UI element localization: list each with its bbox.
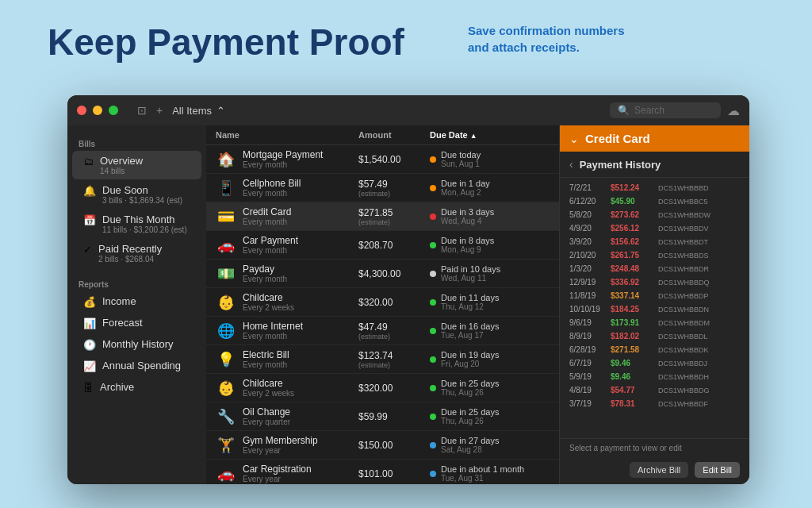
sidebar-reports-items: 💰 Income 📊 Forecast 🕐 Monthly History 📈 …: [67, 291, 206, 398]
payment-row[interactable]: 5/8/20 $273.62 DCS1WHBBDW: [560, 208, 749, 221]
detail-footer-actions: Archive Bill Edit Bill: [560, 457, 749, 484]
bill-icon-3: 🚗: [216, 237, 236, 254]
bill-due-cell-4: Paid in 10 days Wed, Aug 11: [430, 264, 550, 283]
due-line1-0: Due today: [441, 150, 481, 160]
bill-amount-cell-6: $47.49 (estimate): [358, 321, 430, 341]
due-line2-8: Thu, Aug 26: [441, 388, 499, 397]
bill-freq-3: Every month: [243, 246, 298, 255]
bill-freq-7: Every month: [243, 360, 289, 369]
payment-date-3: 4/9/20: [569, 224, 611, 233]
sidebar-item-due-this-month[interactable]: 📅 Due This Month 11 bills · $3,200.26 (e…: [72, 210, 201, 238]
minimize-button[interactable]: [93, 106, 102, 115]
col-name: Name: [216, 130, 358, 140]
bill-name-text-2: Credit Card Every month: [243, 206, 291, 226]
table-row[interactable]: 🚗 Car Registration Every year $101.00 Du…: [206, 460, 559, 484]
due-dot-4: [430, 271, 436, 277]
bill-amount-8: $320.00: [358, 383, 430, 394]
sidebar-name-monthly-history: Monthly History: [102, 338, 174, 350]
col-due-date[interactable]: Due Date ▲: [430, 130, 550, 140]
table-row[interactable]: 👶 Childcare Every 2 weeks $320.00 Due in…: [206, 288, 559, 317]
payment-row[interactable]: 7/2/21 $512.24 DCS1WHBBBD: [560, 181, 749, 194]
table-row[interactable]: 💵 Payday Every month $4,300.00 Paid in 1…: [206, 260, 559, 288]
payment-conf-5: DCS1WHBBDS: [658, 252, 740, 260]
cloud-icon: ☁: [727, 103, 740, 118]
bills-list[interactable]: Name Amount Due Date ▲ 🏠 Mortgage Paymen…: [206, 125, 559, 484]
sidebar-icon-overview: 🗂: [83, 156, 94, 167]
payment-date-10: 9/6/19: [569, 318, 611, 327]
table-row[interactable]: 🏠 Mortgage Payment Every month $1,540.00…: [206, 145, 559, 174]
payment-row[interactable]: 6/7/19 $9.46 DCS1WHBBDJ: [560, 356, 749, 370]
bill-name-text-3: Car Payment Every month: [243, 235, 298, 255]
sidebar-item-monthly-history[interactable]: 🕐 Monthly History: [72, 334, 201, 355]
bill-name-text-10: Gym Membership Every year: [243, 435, 318, 455]
payment-row[interactable]: 9/6/19 $173.91 DCS1WHBBDM: [560, 316, 749, 329]
sidebar-item-annual-spending[interactable]: 📈 Annual Spending: [72, 356, 201, 376]
sidebar-icon-archive: 🗄: [83, 382, 94, 394]
payment-row[interactable]: 6/12/20 $45.90 DCS1WHBBC5: [560, 194, 749, 208]
table-row[interactable]: 💳 Credit Card Every month $271.85 (estim…: [206, 202, 559, 231]
bill-name-10: Gym Membership: [243, 435, 318, 446]
sidebar-item-forecast[interactable]: 📊 Forecast: [72, 313, 201, 333]
payment-amount-3: $256.12: [611, 224, 658, 233]
bill-amount-note-6: (estimate): [358, 333, 430, 341]
maximize-button[interactable]: [109, 106, 118, 115]
payment-list[interactable]: 7/2/21 $512.24 DCS1WHBBBD 6/12/20 $45.90…: [560, 178, 749, 438]
payment-row[interactable]: 3/9/20 $156.62 DCS1WHBBDT: [560, 235, 749, 248]
bill-amount-cell-8: $320.00: [358, 383, 430, 394]
payment-conf-15: DCS1WHBBDG: [658, 387, 740, 394]
sidebar-name-forecast: Forecast: [102, 317, 143, 329]
payment-row[interactable]: 4/8/19 $54.77 DCS1WHBBDG: [560, 383, 749, 397]
table-row[interactable]: 🌐 Home Internet Every month $47.49 (esti…: [206, 317, 559, 345]
bill-amount-11: $101.00: [358, 468, 430, 479]
table-row[interactable]: 👶 Childcare Every 2 weeks $320.00 Due in…: [206, 374, 559, 402]
payment-row[interactable]: 3/7/19 $78.31 DCS1WHBBDF: [560, 397, 749, 410]
bill-name-3: Car Payment: [243, 235, 298, 246]
payment-amount-8: $337.14: [611, 291, 658, 300]
payment-row[interactable]: 6/28/19 $271.58 DCS1WHBBDK: [560, 343, 749, 356]
bill-amount-cell-0: $1,540.00: [358, 154, 430, 165]
bill-amount-7: $123.74: [358, 350, 430, 361]
close-button[interactable]: [77, 106, 86, 115]
sidebar-item-paid-recently[interactable]: ✓ Paid Recently 2 bills · $268.04: [72, 239, 201, 267]
payment-row[interactable]: 2/10/20 $261.75 DCS1WHBBDS: [560, 248, 749, 262]
sidebar-item-income[interactable]: 💰 Income: [72, 291, 201, 312]
table-row[interactable]: 🚗 Car Payment Every month $208.70 Due in…: [206, 231, 559, 260]
back-icon[interactable]: ‹: [569, 158, 573, 171]
sidebar-item-overview[interactable]: 🗂 Overview 14 bills: [72, 151, 201, 179]
payment-amount-11: $182.02: [611, 332, 658, 341]
add-icon[interactable]: +: [156, 104, 163, 117]
archive-bill-button[interactable]: Archive Bill: [630, 462, 688, 478]
sidebar-toggle-icon[interactable]: ⊡: [137, 104, 147, 117]
bill-icon-9: 🔧: [216, 408, 236, 425]
payment-row[interactable]: 4/9/20 $256.12 DCS1WHBBDV: [560, 221, 749, 235]
sidebar-content-due-soon: Due Soon 3 bills · $1,869.34 (est): [102, 184, 182, 205]
bill-name-4: Payday: [243, 264, 287, 275]
table-row[interactable]: 🔧 Oil Change Every quarter $59.99 Due in…: [206, 402, 559, 431]
due-line1-10: Due in 27 days: [441, 436, 499, 445]
payment-row[interactable]: 12/9/19 $336.92 DCS1WHBBDQ: [560, 275, 749, 289]
payment-row[interactable]: 1/3/20 $248.48 DCS1WHBBDR: [560, 262, 749, 275]
sidebar-icon-due-soon: 🔔: [83, 185, 96, 197]
sidebar-item-archive[interactable]: 🗄 Archive: [72, 377, 201, 398]
bill-amount-1: $57.49: [358, 179, 430, 190]
hero-subtitle: Save confirmation numbers and attach rec…: [468, 22, 626, 56]
payment-conf-3: DCS1WHBBDV: [658, 225, 740, 233]
payment-row[interactable]: 11/8/19 $337.14 DCS1WHBBDP: [560, 289, 749, 302]
due-text-8: Due in 25 days Thu, Aug 26: [441, 379, 499, 397]
due-dot-6: [430, 328, 436, 334]
search-box[interactable]: 🔍 Search: [610, 102, 721, 118]
sidebar-name-archive: Archive: [100, 381, 134, 393]
bill-amount-0: $1,540.00: [358, 154, 430, 165]
payment-row[interactable]: 5/9/19 $9.46 DCS1WHBBDH: [560, 370, 749, 383]
edit-bill-button[interactable]: Edit Bill: [695, 462, 740, 478]
payment-row[interactable]: 10/10/19 $184.25 DCS1WHBBDN: [560, 302, 749, 316]
payment-row[interactable]: 8/9/19 $182.02 DCS1WHBBDL: [560, 329, 749, 343]
table-row[interactable]: 📱 Cellphone Bill Every month $57.49 (est…: [206, 174, 559, 202]
payment-amount-6: $248.48: [611, 264, 658, 273]
sidebar-item-due-soon[interactable]: 🔔 Due Soon 3 bills · $1,869.34 (est): [72, 180, 201, 209]
table-row[interactable]: 💡 Electric Bill Every month $123.74 (est…: [206, 345, 559, 374]
all-items-selector[interactable]: All Items ⌃: [172, 105, 225, 117]
table-row[interactable]: 🏋 Gym Membership Every year $150.00 Due …: [206, 431, 559, 460]
bill-name-0: Mortgage Payment: [243, 149, 323, 160]
payment-amount-10: $173.91: [611, 318, 658, 327]
